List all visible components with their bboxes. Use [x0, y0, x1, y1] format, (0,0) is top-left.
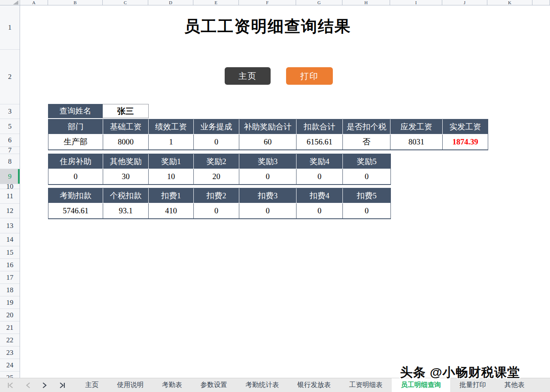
row-header-15[interactable]: 15 — [0, 246, 20, 259]
next-sheet-icon[interactable] — [42, 382, 48, 389]
sheet-tab-参数设置[interactable]: 参数设置 — [191, 378, 236, 392]
data-cell[interactable]: 410 — [149, 203, 194, 218]
row-header-13[interactable]: 13 — [0, 218, 20, 233]
header-cell[interactable]: 基础工资 — [103, 119, 149, 134]
row-header-12[interactable]: 12 — [0, 204, 20, 218]
header-cell[interactable]: 扣费2 — [194, 188, 239, 203]
row-header-1[interactable]: 1 — [0, 5, 20, 50]
last-sheet-icon[interactable] — [58, 382, 66, 389]
header-cell[interactable]: 扣款合计 — [297, 119, 343, 134]
data-cell[interactable]: 60 — [239, 134, 297, 149]
sheet-tab-考勤表[interactable]: 考勤表 — [153, 378, 191, 392]
sheet-tab-银行发放表[interactable]: 银行发放表 — [288, 378, 340, 392]
sheet-tab-考勤统计表[interactable]: 考勤统计表 — [236, 378, 288, 392]
row-header-3[interactable]: 3 — [0, 104, 20, 119]
data-cell[interactable]: 否 — [343, 134, 390, 149]
row-header-9[interactable]: 9 — [0, 169, 20, 184]
column-header-E[interactable]: E — [193, 0, 239, 5]
select-all-corner[interactable] — [0, 0, 20, 5]
print-button[interactable]: 打印 — [286, 67, 333, 85]
data-cell[interactable]: 0 — [297, 203, 343, 218]
data-cell[interactable]: 1 — [149, 134, 194, 149]
column-header-partial[interactable] — [532, 0, 550, 5]
header-cell[interactable]: 奖励5 — [343, 154, 390, 169]
first-sheet-icon[interactable] — [7, 382, 14, 389]
header-cell[interactable]: 奖励2 — [194, 154, 239, 169]
row-header-21[interactable]: 21 — [0, 321, 20, 334]
header-cell[interactable]: 住房补助 — [48, 154, 103, 169]
header-cell[interactable]: 业务提成 — [194, 119, 239, 134]
data-cell[interactable]: 0 — [239, 169, 297, 184]
data-cell[interactable]: 生产部 — [48, 134, 103, 149]
data-cell[interactable]: 1874.39 — [443, 134, 488, 149]
row-header-6[interactable]: 6 — [0, 134, 20, 147]
previous-sheet-icon[interactable] — [25, 382, 31, 389]
spreadsheet-window: ABCDEFGHIJK 1235678910111213141516171819… — [0, 0, 550, 392]
row-header-20[interactable]: 20 — [0, 309, 20, 321]
data-cell[interactable]: 0 — [297, 169, 343, 184]
row-header-24[interactable]: 24 — [0, 359, 20, 372]
header-cell[interactable]: 补助奖励合计 — [239, 119, 297, 134]
header-cell[interactable]: 是否扣个税 — [343, 119, 390, 134]
row-header-25[interactable]: 25 — [0, 372, 20, 378]
data-cell[interactable]: 20 — [194, 169, 239, 184]
header-cell[interactable]: 其他奖励 — [103, 154, 149, 169]
data-cell[interactable]: 0 — [343, 169, 390, 184]
header-cell[interactable]: 扣费1 — [149, 188, 194, 203]
header-cell[interactable]: 实发工资 — [443, 119, 488, 134]
column-header-J[interactable]: J — [442, 0, 487, 5]
header-cell[interactable]: 考勤扣款 — [48, 188, 103, 203]
data-cell[interactable]: 10 — [149, 169, 194, 184]
row-header-18[interactable]: 18 — [0, 284, 20, 296]
query-name-value-cell[interactable]: 张三 — [103, 104, 149, 118]
column-header-F[interactable]: F — [239, 0, 296, 5]
column-header-C[interactable]: C — [103, 0, 148, 5]
header-cell[interactable]: 奖励1 — [149, 154, 194, 169]
header-cell[interactable]: 应发工资 — [390, 119, 443, 134]
header-cell[interactable]: 部门 — [48, 119, 103, 134]
column-header-D[interactable]: D — [148, 0, 193, 5]
header-cell[interactable]: 扣费4 — [297, 188, 343, 203]
data-cell[interactable]: 30 — [103, 169, 149, 184]
column-header-B[interactable]: B — [48, 0, 103, 5]
row-header-19[interactable]: 19 — [0, 296, 20, 309]
row-header-10[interactable]: 10 — [0, 184, 20, 189]
row-header-23[interactable]: 23 — [0, 346, 20, 359]
data-cell[interactable]: 0 — [343, 203, 390, 218]
data-cell[interactable]: 6156.61 — [297, 134, 343, 149]
header-cell[interactable]: 奖励3 — [239, 154, 297, 169]
data-cell[interactable]: 0 — [194, 134, 239, 149]
row-header-5[interactable]: 5 — [0, 119, 20, 134]
sheet-tab-使用说明[interactable]: 使用说明 — [108, 378, 153, 392]
header-cell[interactable]: 扣费5 — [343, 188, 390, 203]
row-header-14[interactable]: 14 — [0, 233, 20, 246]
sheet-nav-arrows — [0, 378, 72, 392]
header-cell[interactable]: 扣费3 — [239, 188, 297, 203]
data-cell[interactable]: 0 — [48, 169, 103, 184]
row-header-11[interactable]: 11 — [0, 189, 20, 204]
home-button[interactable]: 主页 — [225, 67, 271, 85]
row-header-16[interactable]: 16 — [0, 259, 20, 271]
data-cell[interactable]: 0 — [239, 203, 297, 218]
column-header-I[interactable]: I — [390, 0, 442, 5]
row-header-7[interactable]: 7 — [0, 147, 20, 154]
sheet-tab-工资明细表[interactable]: 工资明细表 — [340, 378, 392, 392]
row-header-8[interactable]: 8 — [0, 154, 20, 169]
sheet-tab-主页[interactable]: 主页 — [76, 378, 108, 392]
column-header-H[interactable]: H — [342, 0, 390, 5]
row-header-17[interactable]: 17 — [0, 271, 20, 284]
header-cell[interactable]: 个税扣款 — [103, 188, 149, 203]
column-header-G[interactable]: G — [296, 0, 342, 5]
header-cell[interactable]: 绩效工资 — [149, 119, 194, 134]
data-cell[interactable]: 0 — [194, 203, 239, 218]
row-header-2[interactable]: 2 — [0, 50, 20, 104]
data-cell[interactable]: 8031 — [390, 134, 443, 149]
header-cell[interactable]: 奖励4 — [297, 154, 343, 169]
column-header-K[interactable]: K — [487, 0, 532, 5]
deduction-detail-table-header-row: 考勤扣款个税扣款扣费1扣费2扣费3扣费4扣费5 — [48, 188, 390, 203]
data-cell[interactable]: 5746.61 — [48, 203, 103, 218]
row-header-22[interactable]: 22 — [0, 334, 20, 346]
data-cell[interactable]: 93.1 — [103, 203, 149, 218]
data-cell[interactable]: 8000 — [103, 134, 149, 149]
column-header-A[interactable]: A — [20, 0, 48, 5]
